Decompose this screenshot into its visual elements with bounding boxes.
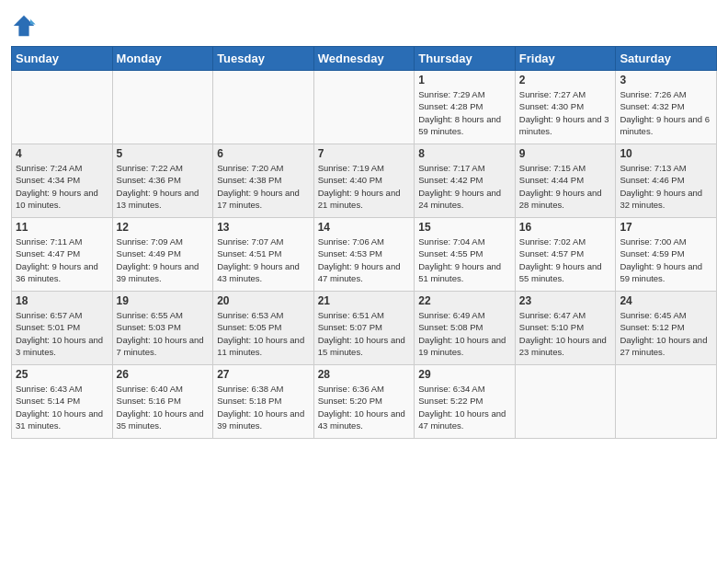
day-info: Sunrise: 6:34 AMSunset: 5:22 PMDaylight:…: [418, 383, 511, 431]
day-number: 6: [217, 147, 310, 160]
day-info: Sunrise: 7:07 AMSunset: 4:51 PMDaylight:…: [217, 236, 310, 284]
day-number: 20: [217, 294, 310, 307]
day-info: Sunrise: 7:24 AMSunset: 4:34 PMDaylight:…: [16, 162, 108, 211]
day-number: 12: [117, 221, 210, 234]
day-cell: 20Sunrise: 6:53 AMSunset: 5:05 PMDayligh…: [213, 292, 314, 365]
day-number: 2: [519, 74, 612, 86]
day-number: 17: [620, 221, 712, 234]
day-info: Sunrise: 7:06 AMSunset: 4:53 PMDaylight:…: [318, 236, 411, 284]
day-header-friday: Friday: [515, 47, 616, 71]
day-number: 10: [620, 147, 712, 160]
calendar-header: [11, 9, 717, 39]
day-header-saturday: Saturday: [616, 47, 717, 71]
days-header-row: SundayMondayTuesdayWednesdayThursdayFrid…: [12, 47, 717, 71]
day-info: Sunrise: 7:09 AMSunset: 4:49 PMDaylight:…: [117, 236, 210, 284]
day-info: Sunrise: 6:57 AMSunset: 5:01 PMDaylight:…: [16, 309, 108, 358]
day-number: 13: [217, 221, 310, 234]
day-number: 24: [620, 294, 712, 307]
logo: [11, 13, 39, 39]
day-header-sunday: Sunday: [12, 47, 113, 71]
day-info: Sunrise: 7:27 AMSunset: 4:30 PMDaylight:…: [519, 88, 612, 137]
day-info: Sunrise: 7:04 AMSunset: 4:55 PMDaylight:…: [418, 236, 511, 284]
day-number: 18: [16, 294, 108, 307]
day-cell: 13Sunrise: 7:07 AMSunset: 4:51 PMDayligh…: [213, 218, 314, 292]
day-cell: [112, 71, 213, 144]
day-number: 28: [318, 368, 411, 381]
day-cell: 5Sunrise: 7:22 AMSunset: 4:36 PMDaylight…: [112, 144, 213, 218]
day-cell: 23Sunrise: 6:47 AMSunset: 5:10 PMDayligh…: [515, 292, 616, 365]
day-info: Sunrise: 7:17 AMSunset: 4:42 PMDaylight:…: [418, 162, 511, 211]
day-cell: 17Sunrise: 7:00 AMSunset: 4:59 PMDayligh…: [616, 218, 717, 292]
day-cell: 14Sunrise: 7:06 AMSunset: 4:53 PMDayligh…: [313, 218, 415, 292]
day-number: 8: [418, 147, 511, 160]
day-cell: 15Sunrise: 7:04 AMSunset: 4:55 PMDayligh…: [415, 218, 516, 292]
day-cell: 21Sunrise: 6:51 AMSunset: 5:07 PMDayligh…: [313, 292, 415, 365]
day-number: 7: [318, 147, 411, 160]
day-info: Sunrise: 7:22 AMSunset: 4:36 PMDaylight:…: [117, 162, 210, 211]
day-info: Sunrise: 6:36 AMSunset: 5:20 PMDaylight:…: [318, 383, 411, 431]
day-info: Sunrise: 7:26 AMSunset: 4:32 PMDaylight:…: [620, 88, 712, 137]
day-info: Sunrise: 6:38 AMSunset: 5:18 PMDaylight:…: [217, 383, 310, 431]
week-row-4: 25Sunrise: 6:43 AMSunset: 5:14 PMDayligh…: [12, 365, 717, 439]
calendar-container: SundayMondayTuesdayWednesdayThursdayFrid…: [0, 0, 728, 446]
day-cell: 3Sunrise: 7:26 AMSunset: 4:32 PMDaylight…: [616, 71, 717, 144]
logo-icon: [11, 13, 37, 39]
day-number: 21: [318, 294, 411, 307]
day-cell: 6Sunrise: 7:20 AMSunset: 4:38 PMDaylight…: [213, 144, 314, 218]
day-info: Sunrise: 7:13 AMSunset: 4:46 PMDaylight:…: [620, 162, 712, 211]
day-cell: 18Sunrise: 6:57 AMSunset: 5:01 PMDayligh…: [12, 292, 113, 365]
day-cell: 11Sunrise: 7:11 AMSunset: 4:47 PMDayligh…: [12, 218, 113, 292]
day-info: Sunrise: 7:20 AMSunset: 4:38 PMDaylight:…: [217, 162, 310, 211]
day-cell: 16Sunrise: 7:02 AMSunset: 4:57 PMDayligh…: [515, 218, 616, 292]
day-number: 27: [217, 368, 310, 381]
day-cell: 8Sunrise: 7:17 AMSunset: 4:42 PMDaylight…: [415, 144, 516, 218]
day-info: Sunrise: 6:53 AMSunset: 5:05 PMDaylight:…: [217, 309, 310, 358]
day-cell: 2Sunrise: 7:27 AMSunset: 4:30 PMDaylight…: [515, 71, 616, 144]
day-cell: [616, 365, 717, 439]
day-number: 14: [318, 221, 411, 234]
day-cell: 9Sunrise: 7:15 AMSunset: 4:44 PMDaylight…: [515, 144, 616, 218]
day-info: Sunrise: 7:29 AMSunset: 4:28 PMDaylight:…: [418, 88, 511, 137]
day-number: 9: [519, 147, 612, 160]
day-cell: 1Sunrise: 7:29 AMSunset: 4:28 PMDaylight…: [415, 71, 516, 144]
day-number: 26: [117, 368, 210, 381]
week-row-2: 11Sunrise: 7:11 AMSunset: 4:47 PMDayligh…: [12, 218, 717, 292]
day-cell: [12, 71, 113, 144]
day-cell: 19Sunrise: 6:55 AMSunset: 5:03 PMDayligh…: [112, 292, 213, 365]
day-number: 15: [418, 221, 511, 234]
day-cell: 7Sunrise: 7:19 AMSunset: 4:40 PMDaylight…: [313, 144, 415, 218]
day-header-thursday: Thursday: [415, 47, 516, 71]
day-number: 11: [16, 221, 108, 234]
day-header-tuesday: Tuesday: [213, 47, 314, 71]
day-cell: [313, 71, 415, 144]
day-info: Sunrise: 6:45 AMSunset: 5:12 PMDaylight:…: [620, 309, 712, 358]
day-number: 29: [418, 368, 511, 381]
day-number: 4: [16, 147, 108, 160]
week-row-0: 1Sunrise: 7:29 AMSunset: 4:28 PMDaylight…: [12, 71, 717, 144]
day-number: 19: [117, 294, 210, 307]
day-cell: 4Sunrise: 7:24 AMSunset: 4:34 PMDaylight…: [12, 144, 113, 218]
week-row-3: 18Sunrise: 6:57 AMSunset: 5:01 PMDayligh…: [12, 292, 717, 365]
day-cell: [515, 365, 616, 439]
day-cell: 10Sunrise: 7:13 AMSunset: 4:46 PMDayligh…: [616, 144, 717, 218]
day-cell: [213, 71, 314, 144]
day-cell: 25Sunrise: 6:43 AMSunset: 5:14 PMDayligh…: [12, 365, 113, 439]
day-info: Sunrise: 7:15 AMSunset: 4:44 PMDaylight:…: [519, 162, 612, 211]
day-cell: 12Sunrise: 7:09 AMSunset: 4:49 PMDayligh…: [112, 218, 213, 292]
day-header-wednesday: Wednesday: [313, 47, 415, 71]
day-info: Sunrise: 6:43 AMSunset: 5:14 PMDaylight:…: [16, 383, 108, 431]
day-info: Sunrise: 6:40 AMSunset: 5:16 PMDaylight:…: [117, 383, 210, 431]
day-number: 1: [418, 74, 511, 86]
svg-marker-0: [14, 16, 34, 36]
day-number: 5: [117, 147, 210, 160]
day-info: Sunrise: 7:02 AMSunset: 4:57 PMDaylight:…: [519, 236, 612, 284]
day-cell: 28Sunrise: 6:36 AMSunset: 5:20 PMDayligh…: [313, 365, 415, 439]
week-row-1: 4Sunrise: 7:24 AMSunset: 4:34 PMDaylight…: [12, 144, 717, 218]
day-info: Sunrise: 6:51 AMSunset: 5:07 PMDaylight:…: [318, 309, 411, 358]
calendar-table: SundayMondayTuesdayWednesdayThursdayFrid…: [11, 46, 717, 439]
day-info: Sunrise: 7:00 AMSunset: 4:59 PMDaylight:…: [620, 236, 712, 284]
day-info: Sunrise: 6:55 AMSunset: 5:03 PMDaylight:…: [117, 309, 210, 358]
day-cell: 29Sunrise: 6:34 AMSunset: 5:22 PMDayligh…: [415, 365, 516, 439]
day-cell: 27Sunrise: 6:38 AMSunset: 5:18 PMDayligh…: [213, 365, 314, 439]
day-header-monday: Monday: [112, 47, 213, 71]
